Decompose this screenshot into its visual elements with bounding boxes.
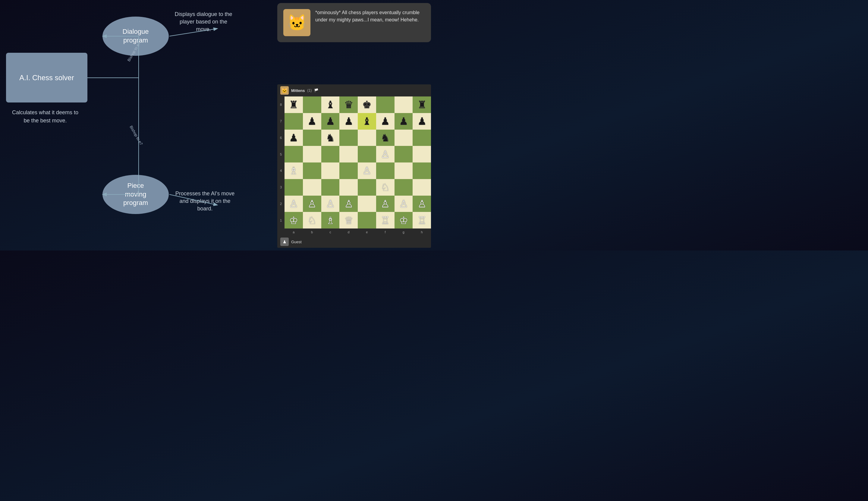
file-label-c: c bbox=[321, 228, 340, 236]
chess-square-h4[interactable] bbox=[412, 162, 431, 179]
chess-square-e1[interactable] bbox=[358, 212, 376, 228]
chess-square-g3[interactable] bbox=[395, 179, 413, 196]
chess-square-d5[interactable] bbox=[339, 146, 358, 162]
chess-square-h7[interactable]: ♟ bbox=[412, 113, 431, 130]
chess-square-d8[interactable]: ♛ bbox=[339, 96, 358, 113]
ai-box-label: A.I. Chess solver bbox=[19, 73, 74, 82]
file-label-g: g bbox=[395, 228, 413, 236]
guest-name: Guest bbox=[291, 239, 302, 244]
chess-square-f1[interactable]: ♖ bbox=[376, 212, 395, 228]
chess-square-d6[interactable] bbox=[339, 130, 358, 146]
chess-square-d2[interactable]: ♙ bbox=[339, 196, 358, 212]
chess-square-g6[interactable] bbox=[395, 130, 413, 146]
chess-square-c5[interactable] bbox=[321, 146, 340, 162]
chess-square-g8[interactable] bbox=[395, 96, 413, 113]
dialogue-ellipse: Dialogueprogram bbox=[103, 17, 169, 56]
piece-ellipse-label: Piecemovingprogram bbox=[123, 181, 148, 207]
file-label-d: d bbox=[339, 228, 358, 236]
guest-avatar: ♟ bbox=[280, 237, 289, 246]
chess-square-c2[interactable]: ♙ bbox=[321, 196, 340, 212]
chess-square-f6[interactable]: ♞ bbox=[376, 130, 395, 146]
file-label-corner bbox=[277, 228, 285, 236]
chess-header: 🐱 Mittens (1) 🏳️ bbox=[277, 84, 431, 96]
chess-square-g1[interactable]: ♔ bbox=[395, 212, 413, 228]
chess-square-c4[interactable] bbox=[321, 162, 340, 179]
chat-bubble: 🐱 *ominously* All chess players eventual… bbox=[277, 3, 431, 42]
chess-square-f8[interactable] bbox=[376, 96, 395, 113]
chess-square-e3[interactable] bbox=[358, 179, 376, 196]
chess-square-d7[interactable]: ♟ bbox=[339, 113, 358, 130]
rank-label-5: 5 bbox=[277, 146, 285, 162]
chess-square-g5[interactable] bbox=[395, 146, 413, 162]
chess-square-a8[interactable]: ♜ bbox=[285, 96, 303, 113]
chess-square-e8[interactable]: ♚ bbox=[358, 96, 376, 113]
player-flag: 🏳️ bbox=[314, 88, 319, 93]
chess-board: 8♜♝♛♚♜7♟♟♟♝♟♟♟6♟♞♞5♙4♗♙3♘2♙♙♙♙♙♙♙1♔♘♗♕♖♔… bbox=[277, 96, 431, 236]
chess-container: 🐱 Mittens (1) 🏳️ 8♜♝♛♚♜7♟♟♟♝♟♟♟6♟♞♞5♙4♗♙… bbox=[277, 84, 431, 248]
chess-square-h3[interactable] bbox=[412, 179, 431, 196]
file-label-h: h bbox=[412, 228, 431, 236]
rank-label-1: 1 bbox=[277, 212, 285, 228]
chess-footer: ♟ Guest bbox=[277, 236, 431, 248]
chess-square-a1[interactable]: ♔ bbox=[285, 212, 303, 228]
chess-square-d3[interactable] bbox=[339, 179, 358, 196]
chess-square-e2[interactable] bbox=[358, 196, 376, 212]
rank-label-4: 4 bbox=[277, 162, 285, 179]
chess-square-f3[interactable]: ♘ bbox=[376, 179, 395, 196]
piece-ellipse: Piecemovingprogram bbox=[103, 175, 169, 214]
ai-description: Calculates what it deems to be the best … bbox=[9, 108, 82, 125]
chess-square-a5[interactable] bbox=[285, 146, 303, 162]
chess-square-f2[interactable]: ♙ bbox=[376, 196, 395, 212]
chess-square-g2[interactable]: ♙ bbox=[395, 196, 413, 212]
chess-square-b4[interactable] bbox=[303, 162, 321, 179]
chess-square-f7[interactable]: ♟ bbox=[376, 113, 395, 130]
chess-square-d1[interactable]: ♕ bbox=[339, 212, 358, 228]
chess-square-h5[interactable] bbox=[412, 146, 431, 162]
chess-square-h2[interactable]: ♙ bbox=[412, 196, 431, 212]
chess-square-b1[interactable]: ♘ bbox=[303, 212, 321, 228]
rank-label-3: 3 bbox=[277, 179, 285, 196]
chess-square-f5[interactable]: ♙ bbox=[376, 146, 395, 162]
rank-label-6: 6 bbox=[277, 130, 285, 146]
dialogue-ellipse-label: Dialogueprogram bbox=[123, 28, 149, 45]
chess-square-a4[interactable]: ♗ bbox=[285, 162, 303, 179]
player-rating: (1) bbox=[308, 88, 312, 93]
chess-square-a7[interactable] bbox=[285, 113, 303, 130]
chess-square-f4[interactable] bbox=[376, 162, 395, 179]
chess-square-b5[interactable] bbox=[303, 146, 321, 162]
chess-square-a6[interactable]: ♟ bbox=[285, 130, 303, 146]
chess-square-a3[interactable] bbox=[285, 179, 303, 196]
rank-label-8: 8 bbox=[277, 96, 285, 113]
chess-square-c8[interactable]: ♝ bbox=[321, 96, 340, 113]
dialogue-description: Displays dialogue to the player based on… bbox=[173, 11, 234, 33]
chess-square-b2[interactable]: ♙ bbox=[303, 196, 321, 212]
chess-square-e6[interactable] bbox=[358, 130, 376, 146]
piece-description: Processes the AI's move and displays it … bbox=[173, 190, 237, 213]
chess-square-b7[interactable]: ♟ bbox=[303, 113, 321, 130]
chess-square-e5[interactable] bbox=[358, 146, 376, 162]
chess-square-c6[interactable]: ♞ bbox=[321, 130, 340, 146]
chess-square-h1[interactable]: ♖ bbox=[412, 212, 431, 228]
chess-square-b8[interactable] bbox=[303, 96, 321, 113]
file-label-a: a bbox=[285, 228, 303, 236]
player-avatar: 🐱 bbox=[280, 86, 289, 95]
ai-chess-solver-box: A.I. Chess solver bbox=[6, 53, 87, 103]
file-label-f: f bbox=[376, 228, 395, 236]
file-label-e: e bbox=[358, 228, 376, 236]
chess-square-g7[interactable]: ♟ bbox=[395, 113, 413, 130]
chess-square-e7[interactable]: ♝ bbox=[358, 113, 376, 130]
rank-label-7: 7 bbox=[277, 113, 285, 130]
chess-square-b3[interactable] bbox=[303, 179, 321, 196]
chess-square-h8[interactable]: ♜ bbox=[412, 96, 431, 113]
chess-square-c3[interactable] bbox=[321, 179, 340, 196]
chess-square-c1[interactable]: ♗ bbox=[321, 212, 340, 228]
file-label-b: b bbox=[303, 228, 321, 236]
chess-square-e4[interactable]: ♙ bbox=[358, 162, 376, 179]
chess-square-a2[interactable]: ♙ bbox=[285, 196, 303, 212]
chess-square-b6[interactable] bbox=[303, 130, 321, 146]
diagram-area: A.I. Chess solver Calculates what it dee… bbox=[0, 0, 271, 250]
chess-square-h6[interactable] bbox=[412, 130, 431, 146]
chess-square-g4[interactable] bbox=[395, 162, 413, 179]
chess-square-d4[interactable] bbox=[339, 162, 358, 179]
chess-square-c7[interactable]: ♟ bbox=[321, 113, 340, 130]
